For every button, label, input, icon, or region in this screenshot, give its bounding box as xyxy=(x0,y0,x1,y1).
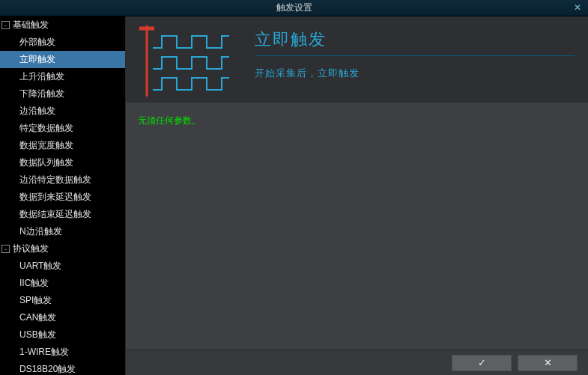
ok-button[interactable]: ✓ xyxy=(452,355,512,371)
titlebar[interactable]: 触发设置 ✕ xyxy=(0,0,588,16)
tree-group-header[interactable]: -协议触发 xyxy=(0,240,125,257)
tree-item[interactable]: 数据结束延迟触发 xyxy=(0,206,125,223)
main-panel: 立即触发 开始采集后，立即触发 无须任何参数。 ✓ ✕ xyxy=(126,16,588,375)
no-params-text: 无须任何参数。 xyxy=(138,115,576,127)
tree-item[interactable]: USB触发 xyxy=(0,326,125,344)
tree-item[interactable]: 特定数据触发 xyxy=(0,120,125,137)
trigger-title: 立即触发 xyxy=(255,28,575,56)
trigger-tree[interactable]: -基础触发外部触发立即触发上升沿触发下降沿触发边沿触发特定数据触发数据宽度触发数… xyxy=(0,16,126,375)
tree-item[interactable]: IIC触发 xyxy=(0,275,125,292)
collapse-icon[interactable]: - xyxy=(1,245,10,253)
tree-item[interactable]: 外部触发 xyxy=(0,34,125,51)
tree-item[interactable]: UART触发 xyxy=(0,257,125,275)
dialog-footer: ✓ ✕ xyxy=(126,350,588,375)
tree-group-header[interactable]: -基础触发 xyxy=(0,16,125,34)
tree-item[interactable]: N边沿触发 xyxy=(0,223,125,240)
tree-item[interactable]: 1-WIRE触发 xyxy=(0,344,125,361)
dialog-window: 触发设置 ✕ -基础触发外部触发立即触发上升沿触发下降沿触发边沿触发特定数据触发… xyxy=(0,0,588,375)
window-title: 触发设置 xyxy=(276,1,312,14)
tree-item[interactable]: 下降沿触发 xyxy=(0,85,125,103)
trigger-description: 开始采集后，立即触发 xyxy=(255,67,575,80)
tree-item[interactable]: 上升沿触发 xyxy=(0,68,125,85)
cancel-button[interactable]: ✕ xyxy=(518,355,578,371)
header-text: 立即触发 开始采集后，立即触发 xyxy=(255,25,575,80)
tree-item[interactable]: SPI触发 xyxy=(0,292,125,309)
tree-group-label: 基础触发 xyxy=(13,19,49,31)
params-panel: 无须任何参数。 xyxy=(126,103,588,350)
trigger-waveform-icon xyxy=(139,25,237,97)
tree-item[interactable]: DS18B20触发 xyxy=(0,361,125,375)
tree-item[interactable]: CAN触发 xyxy=(0,309,125,326)
tree-item[interactable]: 边沿触发 xyxy=(0,103,125,120)
tree-item[interactable]: 数据宽度触发 xyxy=(0,137,125,154)
close-icon[interactable]: ✕ xyxy=(572,2,584,13)
tree-item[interactable]: 数据队列触发 xyxy=(0,154,125,171)
tree-group-label: 协议触发 xyxy=(13,243,49,255)
dialog-body: -基础触发外部触发立即触发上升沿触发下降沿触发边沿触发特定数据触发数据宽度触发数… xyxy=(0,16,588,375)
header-panel: 立即触发 开始采集后，立即触发 xyxy=(126,16,588,103)
tree-item[interactable]: 数据到来延迟触发 xyxy=(0,189,125,206)
tree-item[interactable]: 立即触发 xyxy=(0,51,125,68)
tree-item[interactable]: 边沿特定数据触发 xyxy=(0,171,125,189)
collapse-icon[interactable]: - xyxy=(1,21,10,29)
